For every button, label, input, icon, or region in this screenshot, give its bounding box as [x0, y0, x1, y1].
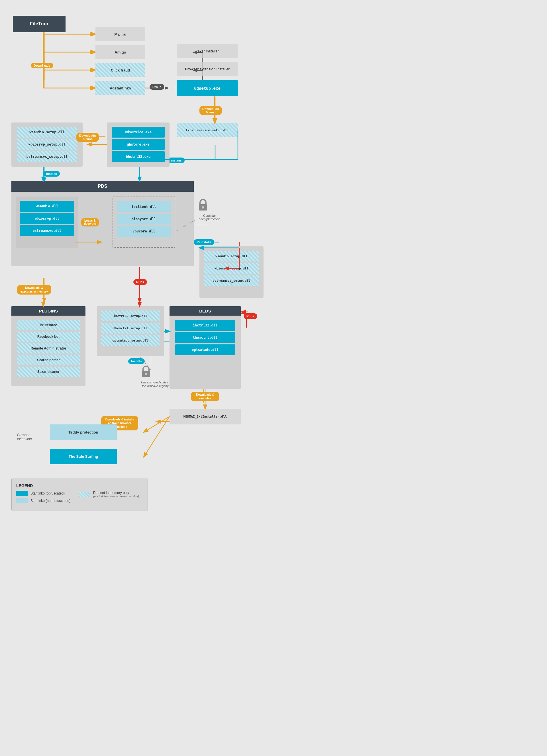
svg-line-71 [144, 416, 170, 457]
ghstore-box: ghstore.exe [112, 139, 165, 150]
biosysrt-box: biosysrt.dll [117, 214, 171, 224]
browser-extension-label: Browserextension [17, 433, 32, 441]
reinstalls-label: Reinstalls [194, 239, 214, 245]
legend-swatch-not-obfuscated [16, 498, 28, 503]
wbiosrvp-setup2-box: wbiosrvp_setup.dll [204, 263, 259, 274]
wsaudio-setup2-box: wsaudio_setup.dll [204, 251, 259, 261]
wbiosrvp-setup-box: wbiosrvp_setup.dll [17, 139, 77, 150]
legend-item-obfuscated: Stantinko (obfuscated) [16, 491, 70, 496]
legend-item-memory: Present in memory only (not hatched area… [79, 491, 139, 498]
search-parser-box: Search parser [17, 355, 80, 365]
ihctrl32-setup-panel: ihctrl32_setup.dll themctrl_setup.dll op… [97, 306, 164, 356]
mailru-box: Mail.ru [95, 27, 145, 41]
legend-swatch-memory [79, 492, 90, 497]
bstreamsvc-setup-box: bstreamsvc_setup.dll [17, 151, 77, 162]
zaxar-installer-box: Zaxar installer [177, 44, 238, 58]
lock-icon [197, 198, 209, 212]
installs-label-1: Installs [43, 171, 60, 177]
fdclient-box: fdclient.dll [117, 201, 171, 212]
downloads-runs-label-1: Downloads& runs [199, 106, 222, 115]
wbiosrvp-box: wbiosrvp.dll [20, 213, 74, 224]
udservice-panel: udservice.exe ghstore.exe bhctrl32.exe [107, 122, 170, 167]
first-service-setup-box: first_service_setup.dll [177, 123, 238, 137]
vp9core-box: vp9core.dll [117, 226, 171, 237]
contains-encrypted-label: Contains encrypted code [197, 214, 222, 221]
browser-ext-installer-box: Browser extension installer [177, 62, 238, 76]
facebook-bot-box: Facebook bot [17, 332, 80, 342]
safe-surfing-box: The Safe Surfing [50, 449, 117, 464]
beds-header: BEDS [170, 306, 241, 316]
bruteforce-box: Bruteforce [17, 320, 80, 330]
pds-header: PDS [11, 181, 194, 192]
udsetup-box: udsetup.exe [177, 80, 238, 96]
legend-item-not-obfuscated: Stantinko (not obfuscated) [16, 498, 70, 503]
click-fraud-box: Click fraud [95, 63, 145, 77]
remote-admin-box: Remote Administrator [17, 343, 80, 354]
installs-label-3: Installs [128, 358, 145, 364]
downloads-executes-memory-label: Downloads & executes in memory [17, 285, 51, 295]
wsaudio-box: wsaudio.dll [20, 201, 74, 212]
bstreamsvc-setup2-box: bstreamsvc_setup.dll [204, 275, 259, 286]
plugins-list: Bruteforce Facebook bot Remote Administr… [11, 316, 85, 381]
legend-title: LEGEND [16, 483, 143, 488]
amigo-box: Amigo [95, 45, 145, 59]
installs-label-2: Installs [168, 158, 185, 163]
svg-point-35 [202, 206, 204, 209]
wsaudio-setup2-panel: wsaudio_setup.dll wbiosrvp_setup.dll bst… [199, 246, 264, 298]
adstantinko-box: Adstantinko [95, 81, 145, 95]
svg-point-37 [145, 373, 147, 375]
wsaudio-inner-panel: wsaudio.dll wbiosrvp.dll bstreamsvc.dll [16, 197, 78, 248]
wsaudio-setup-box: wsaudio_setup.dll [17, 127, 77, 138]
runs-label-2: Runs [244, 313, 257, 319]
kbdmai-box: KBDMAI_ExtInstaller.dll [170, 409, 241, 424]
bstreamsvc-box: bstreamsvc.dll [20, 225, 74, 236]
legend-swatch-obfuscated [16, 491, 28, 496]
has-encrypted-label: Has encrypted code in the Windows regist… [140, 381, 171, 388]
lock-icon-2 [140, 365, 152, 379]
downloads-executes-label: Downloads & executes [191, 392, 219, 401]
encrypted-registry-container: Has encrypted code in the Windows regist… [140, 365, 171, 388]
plugins-header: PLUGINS [11, 306, 85, 316]
zaxar-cleaner-box: Zaxar cleaner [17, 367, 80, 377]
plugins-panel: PLUGINS Bruteforce Facebook bot Remote A… [11, 306, 85, 386]
downloads-label: Downloads [31, 63, 53, 68]
fdclient-inner-panel: fdclient.dll biosysrt.dll vp9core.dll [113, 197, 175, 248]
svg-line-70 [144, 416, 170, 432]
beds-panel: BEDS ihctrl32.dll themctrl.dll optsatadc… [170, 306, 241, 389]
beds-list: ihctrl32.dll themctrl.dll optsatadc.dll [170, 316, 241, 359]
pds-panel: PDS wsaudio.dll wbiosrvp.dll bstreamsvc.… [11, 181, 194, 266]
ihctrl32-box: ihctrl32.dll [175, 320, 235, 331]
themctrl-setup-box: themctrl_setup.dll [101, 323, 160, 334]
themctrl-box: themctrl.dll [175, 332, 235, 343]
filetour-box: FileTour [13, 16, 66, 32]
optsatadc-box: optsatadc.dll [175, 344, 235, 355]
wsaudio-setup-panel: wsaudio_setup.dll wbiosrvp_setup.dll bst… [11, 122, 83, 167]
legend-panel: LEGEND Stantinko (obfuscated) Stantinko … [11, 479, 148, 510]
optsatadc-setup-box: optsatadc_setup.dll [101, 335, 160, 346]
bhctrl32-box: bhctrl32.exe [112, 151, 165, 162]
ihctrl32-setup-box: ihctrl32_setup.dll [101, 310, 160, 321]
udservice-box: udservice.exe [112, 127, 165, 138]
runs-label-1: Runs [133, 279, 147, 285]
drops-label: Drops [150, 84, 164, 90]
loads-decrypts-label: Loads &decrypts [81, 218, 99, 226]
downloads-runs-label-2: Downloads& runs [76, 133, 99, 142]
teddy-box: Teddy protection [50, 424, 117, 440]
encrypted-code-container: Contains encrypted code [197, 198, 222, 221]
